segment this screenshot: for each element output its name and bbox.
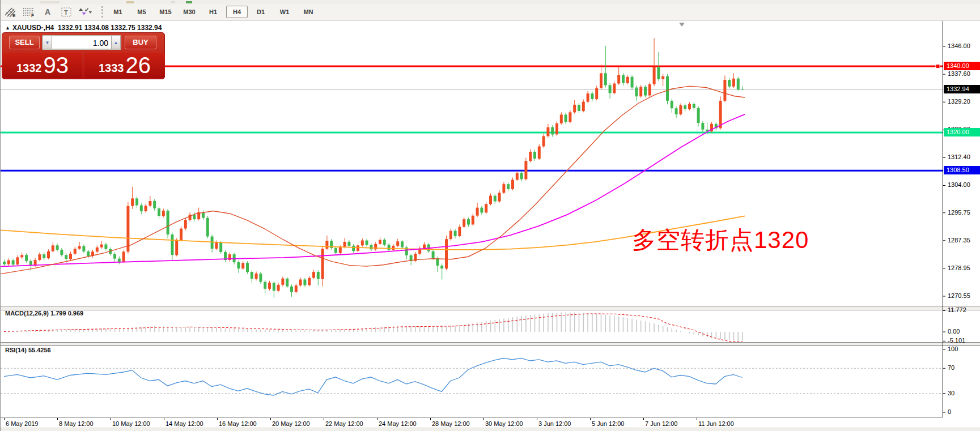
candle-body <box>325 241 328 249</box>
one-click-trading-widget: SELL ▼ 1.00 ▲ BUY 1332 93 1333 26 <box>2 32 165 79</box>
candle-body <box>295 285 298 292</box>
candle-body <box>290 287 293 292</box>
candle-body <box>445 239 448 268</box>
candle-body <box>732 79 735 87</box>
rsi-tick-label: 30 <box>948 390 954 396</box>
price-tick-label: 1278.95 <box>948 264 970 271</box>
candle-body <box>12 261 15 265</box>
price-tick-label: 1295.75 <box>948 209 970 216</box>
macd-tick-label: 0.00 <box>948 328 960 335</box>
timeframe-button-MN[interactable]: MN <box>298 6 319 18</box>
panel-divider-rsi[interactable] <box>1 342 980 346</box>
candle-body <box>427 245 430 251</box>
text-label-icon[interactable]: A <box>40 5 55 19</box>
volume-decrease-button[interactable]: ▼ <box>43 36 52 49</box>
candle-body <box>20 255 23 257</box>
candle-body <box>693 104 695 108</box>
time-axis-label: 3 Jun 12:00 <box>538 420 571 427</box>
arrows-tool-icon[interactable] <box>78 5 92 19</box>
candle-body <box>595 88 598 99</box>
candle-body <box>418 249 421 254</box>
chart-collapse-icon[interactable]: ▲ <box>5 25 10 31</box>
candle-body <box>591 93 593 99</box>
candle-body <box>246 263 249 272</box>
candle-body <box>697 108 700 123</box>
clipped-toolbar-icon <box>40 1 60 3</box>
candle-body <box>635 87 638 96</box>
timeframe-button-M5[interactable]: M5 <box>131 6 152 18</box>
candle-body <box>719 101 722 129</box>
timeframe-button-W1[interactable]: W1 <box>274 6 295 18</box>
price-tick-label: 1304.00 <box>948 181 970 188</box>
candle-body <box>233 254 236 262</box>
bid-price-panel[interactable]: 1332 93 <box>3 53 82 78</box>
candle-body <box>74 249 77 254</box>
time-axis-label: 24 May 12:00 <box>379 420 417 427</box>
candle-body <box>91 251 94 256</box>
chart-window[interactable]: ▲XAUUSD-,H4 1332.91 1334.08 1332.75 1332… <box>1 20 980 431</box>
candle-body <box>622 75 625 83</box>
candle-body <box>202 212 205 218</box>
candle-body <box>524 161 527 179</box>
price-tick-label: 1346.00 <box>948 42 970 49</box>
clipped-toolbar-icon <box>126 1 134 3</box>
candle-body <box>334 248 337 253</box>
volume-increase-button[interactable]: ▲ <box>111 36 121 49</box>
price-tick-label: 1287.35 <box>948 237 970 244</box>
candle-body <box>467 219 470 224</box>
timeframe-button-H1[interactable]: H1 <box>202 6 224 18</box>
candle-body <box>604 73 607 85</box>
candle-body <box>639 87 642 96</box>
candle-body <box>43 254 45 258</box>
price-tick-label: 1329.20 <box>948 98 970 105</box>
candle-body <box>679 105 682 114</box>
candle-body <box>388 245 391 250</box>
timeframe-button-M15[interactable]: M15 <box>155 6 176 18</box>
candle-body <box>715 124 718 129</box>
timeframe-button-M1[interactable]: M1 <box>107 6 129 18</box>
candle-body <box>308 278 311 285</box>
panel-divider-macd[interactable] <box>1 306 980 310</box>
candle-body <box>237 262 240 268</box>
fibonacci-retracement-icon[interactable]: F <box>22 5 36 19</box>
candle-body <box>379 240 381 244</box>
text-icon[interactable]: T <box>59 5 74 19</box>
candle-body <box>476 208 479 216</box>
timeframe-button-D1[interactable]: D1 <box>250 6 271 18</box>
candle-body <box>339 247 342 253</box>
price-badge-1332.94: 1332.94 <box>944 85 980 93</box>
candle-body <box>414 254 417 261</box>
candle-body <box>671 101 673 108</box>
candle-body <box>684 105 686 109</box>
candle-body <box>396 241 399 246</box>
toolbar: E F A T <box>1 5 980 20</box>
candle-body <box>516 173 519 180</box>
time-axis-label: 16 May 12:00 <box>219 420 257 427</box>
volume-input[interactable]: 1.00 <box>52 36 111 49</box>
time-axis-label: 10 May 12:00 <box>112 420 150 427</box>
equidistant-channel-icon[interactable]: E <box>3 5 18 19</box>
sell-button[interactable]: SELL <box>9 36 40 49</box>
price-badge-1320.00: 1320.00 <box>944 128 980 136</box>
candle-body <box>16 257 19 264</box>
ask-price-panel[interactable]: 1333 26 <box>84 53 165 78</box>
candle-body <box>533 152 536 159</box>
buy-button[interactable]: BUY <box>125 36 156 49</box>
timeframe-button-H4[interactable]: H4 <box>226 6 248 18</box>
timeframe-button-M30[interactable]: M30 <box>179 6 200 18</box>
candle-body <box>29 261 32 266</box>
toolbar-separator[interactable] <box>101 6 103 18</box>
price-tick-label: 1312.40 <box>948 153 970 160</box>
candle-body <box>423 245 426 249</box>
candle-body <box>723 80 726 101</box>
price-tick-label: 1337.60 <box>948 70 970 77</box>
candle-body <box>180 228 183 240</box>
candle-body <box>149 201 151 206</box>
candle-body <box>405 247 408 255</box>
candle-body <box>361 241 364 246</box>
candle-body <box>104 245 107 249</box>
price-tick-label: 1270.55 <box>948 292 970 299</box>
candle-body <box>100 245 103 247</box>
candle-body <box>485 204 487 212</box>
trading-terminal-window: { "toolbar": { "drawing_tools": [ {"name… <box>0 0 980 431</box>
